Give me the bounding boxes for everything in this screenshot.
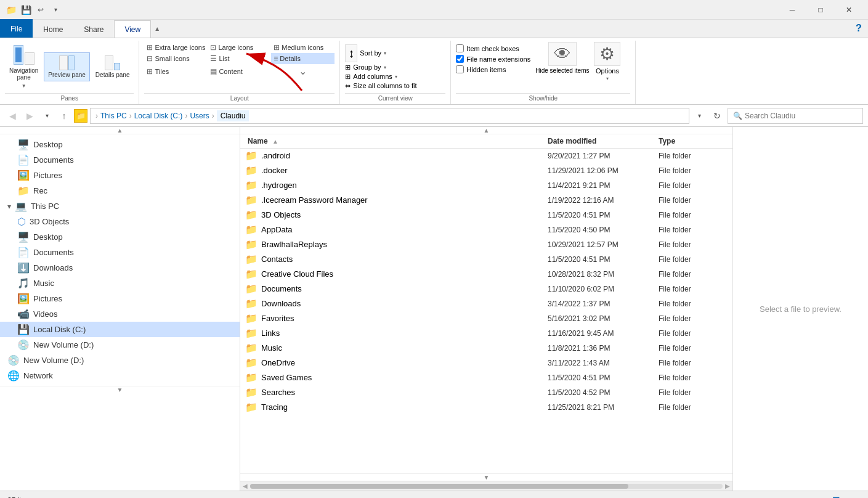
sort-by-button[interactable]: ↕ Sort by ▾ bbox=[345, 44, 386, 62]
sidebar-item-documents2[interactable]: 📄 Documents bbox=[0, 245, 240, 260]
sidebar-item-desktop[interactable]: 🖥️ Desktop bbox=[0, 137, 240, 152]
file-area: ▲ Name ▲ Date modified Type 📁.android9/2… bbox=[240, 127, 732, 491]
maximize-button[interactable]: □ bbox=[806, 0, 835, 20]
up-button[interactable]: ↑ bbox=[57, 108, 71, 123]
refresh-button[interactable]: ↻ bbox=[709, 108, 725, 124]
file-area-scroll-up[interactable]: ▲ bbox=[240, 127, 732, 134]
tab-file[interactable]: File bbox=[0, 19, 33, 38]
table-row[interactable]: 📁.android9/20/2021 1:27 PMFile folder bbox=[240, 149, 732, 163]
hidden-items-label[interactable]: Hidden items bbox=[456, 65, 530, 73]
file-name-cell: 📁Favorites bbox=[240, 312, 548, 324]
details-pane-button[interactable]: Details pane bbox=[91, 52, 134, 81]
table-row[interactable]: 📁BrawlhallaReplays10/29/2021 12:57 PMFil… bbox=[240, 237, 732, 252]
sidebar-item-downloads[interactable]: ⬇️ Downloads bbox=[0, 260, 240, 276]
layout-details[interactable]: ≡ Details bbox=[271, 53, 335, 64]
breadcrumb[interactable]: › This PC › Local Disk (C:) › Users › Cl… bbox=[90, 108, 689, 124]
header-date[interactable]: Date modified bbox=[548, 137, 659, 145]
sidebar-item-network[interactable]: 🌐 Network bbox=[0, 368, 240, 383]
file-name-text: Favorites bbox=[261, 314, 294, 323]
sidebar-item-music[interactable]: 🎵 Music bbox=[0, 276, 240, 291]
header-name[interactable]: Name ▲ bbox=[240, 137, 548, 145]
table-row[interactable]: 📁Links11/16/2021 9:45 AMFile folder bbox=[240, 326, 732, 341]
breadcrumb-users[interactable]: Users bbox=[190, 112, 209, 120]
desktop2-icon: 🖥️ bbox=[17, 231, 30, 243]
large-icons-toggle[interactable]: ⊞ bbox=[846, 493, 861, 499]
table-row[interactable]: 📁AppData11/5/2020 4:50 PMFile folder bbox=[240, 222, 732, 237]
sidebar-scroll-up[interactable]: ▲ bbox=[0, 127, 240, 134]
horizontal-scrollbar[interactable]: ◀ ▶ bbox=[240, 481, 732, 491]
breadcrumb-local-disk[interactable]: Local Disk (C:) bbox=[134, 112, 183, 120]
sidebar-item-desktop2[interactable]: 🖥️ Desktop bbox=[0, 229, 240, 245]
quick-access-undo[interactable]: ↩ bbox=[34, 4, 47, 16]
back-button[interactable]: ◀ bbox=[5, 108, 20, 123]
layout-dropdown[interactable]: ⌄ bbox=[271, 64, 335, 78]
table-row[interactable]: 📁3D Objects11/5/2020 4:51 PMFile folder bbox=[240, 208, 732, 222]
table-row[interactable]: 📁.Icecream Password Manager1/19/2022 12:… bbox=[240, 193, 732, 208]
layout-content[interactable]: ▤ Content bbox=[208, 64, 271, 78]
ribbon-collapse[interactable]: ▲ bbox=[151, 19, 163, 38]
size-columns-button[interactable]: ⇔ Size all columns to fit bbox=[345, 82, 416, 90]
hidden-items-checkbox[interactable] bbox=[456, 65, 464, 73]
table-row[interactable]: 📁Documents11/10/2020 6:02 PMFile folder bbox=[240, 282, 732, 296]
table-row[interactable]: 📁Favorites5/16/2021 3:02 PMFile folder bbox=[240, 311, 732, 326]
nav-pane-dropdown[interactable]: ▼ bbox=[22, 83, 26, 89]
file-date-cell: 1/19/2022 12:16 AM bbox=[548, 196, 659, 205]
quick-access-more[interactable]: ▾ bbox=[49, 4, 62, 16]
tab-view[interactable]: View bbox=[114, 20, 151, 38]
preview-pane-button[interactable]: Preview pane bbox=[44, 52, 90, 81]
table-row[interactable]: 📁OneDrive3/11/2022 1:43 AMFile folder bbox=[240, 356, 732, 370]
layout-small[interactable]: ⊟ Small icons bbox=[144, 53, 208, 64]
layout-medium[interactable]: ⊞ Medium icons bbox=[271, 42, 335, 53]
sidebar-item-new-volume-d2[interactable]: 💿 New Volume (D:) bbox=[0, 353, 240, 368]
sidebar-item-pictures2[interactable]: 🖼️ Pictures bbox=[0, 291, 240, 306]
item-check-boxes-label[interactable]: Item check boxes bbox=[456, 44, 530, 52]
nav-pane-button[interactable]: Navigationpane ▼ bbox=[5, 42, 43, 92]
sidebar-item-3d-objects[interactable]: ⬡ 3D Objects bbox=[0, 214, 240, 229]
tab-share[interactable]: Share bbox=[73, 20, 114, 38]
search-icon: 🔍 bbox=[733, 112, 742, 120]
table-row[interactable]: 📁Contacts11/5/2020 4:51 PMFile folder bbox=[240, 252, 732, 267]
quick-access-save[interactable]: 💾 bbox=[20, 4, 32, 16]
table-row[interactable]: 📁Creative Cloud Files10/28/2021 8:32 PMF… bbox=[240, 267, 732, 282]
hide-selected-button[interactable]: 👁 Hide selected items bbox=[535, 42, 589, 74]
sidebar-item-new-volume-d[interactable]: 💿 New Volume (D:) bbox=[0, 337, 240, 353]
table-row[interactable]: 📁Tracing11/25/2021 8:21 PMFile folder bbox=[240, 400, 732, 415]
table-row[interactable]: 📁.hydrogen11/4/2021 9:21 PMFile folder bbox=[240, 178, 732, 193]
table-row[interactable]: 📁Music11/8/2021 1:36 PMFile folder bbox=[240, 341, 732, 356]
add-columns-button[interactable]: ⊞ Add columns ▾ bbox=[345, 73, 397, 81]
table-row[interactable]: 📁Searches11/5/2020 4:52 PMFile folder bbox=[240, 385, 732, 400]
file-extensions-label[interactable]: File name extensions bbox=[456, 55, 530, 63]
sidebar-scroll-down[interactable]: ▼ bbox=[0, 386, 240, 393]
forward-button[interactable]: ▶ bbox=[22, 108, 37, 123]
layout-tiles[interactable]: ⊞ Tiles bbox=[144, 64, 208, 78]
layout-list[interactable]: ☰ List bbox=[208, 53, 271, 64]
sidebar-item-this-pc[interactable]: ▾ 💻 This PC bbox=[0, 198, 240, 214]
item-check-boxes-checkbox[interactable] bbox=[456, 44, 464, 52]
options-button[interactable]: ⚙ Options ▾ bbox=[594, 42, 620, 81]
header-type[interactable]: Type bbox=[659, 137, 732, 145]
sidebar-item-local-disk[interactable]: 💾 Local Disk (C:) bbox=[0, 322, 240, 337]
sidebar-item-rec[interactable]: 📁 Rec bbox=[0, 183, 240, 198]
table-row[interactable]: 📁Downloads3/14/2022 1:37 PMFile folder bbox=[240, 296, 732, 311]
table-row[interactable]: 📁Saved Games11/5/2020 4:51 PMFile folder bbox=[240, 370, 732, 385]
table-row[interactable]: 📁.docker11/29/2021 12:06 PMFile folder bbox=[240, 163, 732, 178]
search-input[interactable] bbox=[745, 112, 858, 120]
layout-extra-large[interactable]: ⊞ Extra large icons bbox=[144, 42, 208, 53]
help-icon[interactable]: ? bbox=[850, 19, 868, 38]
address-dropdown-button[interactable]: ▾ bbox=[692, 108, 707, 123]
file-extensions-checkbox[interactable] bbox=[456, 55, 464, 63]
group-by-button[interactable]: ⊞ Group by ▾ bbox=[345, 63, 386, 71]
file-folder-icon: 📁 bbox=[245, 401, 258, 413]
details-view-toggle[interactable]: ☰ bbox=[829, 493, 843, 499]
file-area-scroll-down[interactable]: ▼ bbox=[240, 473, 732, 481]
file-name-text: BrawlhallaReplays bbox=[261, 240, 327, 249]
recent-locations-button[interactable]: ▾ bbox=[39, 108, 54, 123]
sidebar-item-pictures[interactable]: 🖼️ Pictures bbox=[0, 168, 240, 183]
minimize-button[interactable]: ─ bbox=[778, 0, 806, 20]
breadcrumb-this-pc[interactable]: This PC bbox=[100, 112, 127, 120]
close-button[interactable]: ✕ bbox=[835, 0, 863, 20]
sidebar-item-videos[interactable]: 📹 Videos bbox=[0, 306, 240, 322]
layout-large[interactable]: ⊡ Large icons bbox=[208, 42, 271, 53]
tab-home[interactable]: Home bbox=[33, 20, 73, 38]
sidebar-item-documents[interactable]: 📄 Documents bbox=[0, 152, 240, 168]
